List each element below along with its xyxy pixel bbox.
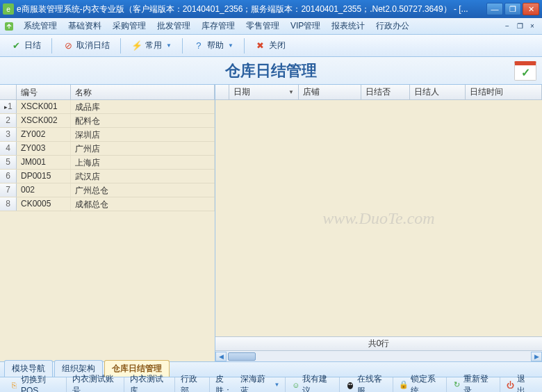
closed-column-header[interactable]: 日结否: [361, 85, 410, 99]
toolbar-separator: [51, 38, 52, 54]
qq-icon: [345, 380, 355, 390]
cancel-close-button[interactable]: ⊘ 取消日结: [56, 37, 116, 54]
code-cell: ZY002: [17, 128, 71, 141]
scroll-right-button[interactable]: ▶: [531, 352, 542, 361]
name-cell: 广州店: [71, 142, 215, 155]
menu-inventory[interactable]: 库存管理: [196, 18, 240, 34]
suggest-button[interactable]: ☺ 我有建议: [286, 377, 339, 392]
table-row[interactable]: 6DP0015武汉店: [0, 170, 215, 183]
menu-admin[interactable]: 行政办公: [370, 18, 415, 34]
switch-pos-label: 切换到POS: [21, 374, 60, 392]
date-column-header[interactable]: 日期 ▼: [229, 85, 299, 99]
refresh-icon: ↻: [452, 380, 461, 390]
exit-label: 退出: [517, 373, 532, 393]
exit-icon: ⏻: [506, 380, 515, 390]
row-number-cell: ▸1: [0, 100, 17, 113]
menu-retail[interactable]: 零售管理: [240, 18, 285, 34]
chevron-down-icon: ▼: [228, 42, 233, 49]
watermark-text: www.DuoTe.com: [322, 209, 434, 228]
lightning-icon: ⚡: [131, 40, 142, 51]
code-cell: XSCK001: [17, 100, 71, 113]
lock-label: 锁定系统: [411, 373, 441, 393]
suggest-icon: ☺: [291, 380, 300, 390]
exit-button[interactable]: ⏻ 退出: [500, 377, 538, 392]
menu-wholesale[interactable]: 批发管理: [151, 18, 196, 34]
close-label: 关闭: [269, 40, 286, 51]
table-row[interactable]: 3ZY002深圳店: [0, 128, 215, 142]
code-cell: 002: [17, 183, 71, 197]
closing-grid-body: www.DuoTe.com: [215, 100, 542, 336]
scroll-thumb[interactable]: [228, 352, 256, 361]
mdi-restore-button[interactable]: ❐: [514, 22, 525, 31]
time-column-header[interactable]: 日结时间: [466, 85, 542, 99]
warehouse-grid-header: 编号 名称: [0, 85, 215, 100]
code-cell: JM001: [17, 156, 71, 169]
name-cell: 广州总仓: [71, 183, 215, 197]
row-number-header[interactable]: [0, 85, 17, 99]
table-row[interactable]: 5JM001上海店: [0, 156, 215, 170]
online-service-label: 在线客服: [357, 373, 387, 393]
online-service-button[interactable]: 在线客服: [340, 377, 393, 392]
name-cell: 上海店: [71, 156, 215, 169]
switch-pos-button[interactable]: ⎘ 切换到POS: [4, 377, 67, 392]
row-selector-header[interactable]: [215, 85, 229, 99]
date-column-label: 日期: [233, 86, 250, 98]
minimize-button[interactable]: —: [486, 3, 503, 15]
closing-grid-footer: 共0行: [215, 336, 542, 350]
horizontal-scrollbar[interactable]: ◀ ▶: [215, 350, 542, 361]
help-button[interactable]: ? 帮助 ▼: [187, 37, 240, 54]
name-cell: 配料仓: [71, 114, 215, 127]
code-column-header[interactable]: 编号: [17, 85, 71, 99]
lock-system-button[interactable]: 🔒 锁定系统: [393, 377, 447, 392]
skin-selector[interactable]: 皮肤： 深海蔚蓝 ▼: [210, 377, 286, 392]
name-column-header[interactable]: 名称: [71, 85, 215, 99]
close-button[interactable]: ✖ 关闭: [249, 37, 292, 54]
relogin-label: 重新登录: [463, 373, 494, 393]
menu-reports[interactable]: 报表统计: [326, 18, 370, 34]
row-number-cell: 7: [0, 183, 17, 197]
code-cell: CK0005: [17, 197, 71, 211]
name-cell: 成都总仓: [71, 197, 215, 211]
row-number-cell: 2: [0, 114, 17, 127]
table-row[interactable]: 4ZY003广州店: [0, 142, 215, 156]
page-header: 仓库日结管理: [0, 57, 542, 85]
mdi-close-button[interactable]: ×: [527, 22, 538, 31]
name-cell: 深圳店: [71, 128, 215, 141]
table-row[interactable]: ▸1XSCK001成品库: [0, 100, 215, 114]
menu-vip[interactable]: VIP管理: [285, 18, 326, 34]
name-cell: 成品库: [71, 100, 215, 113]
menu-purchase[interactable]: 采购管理: [107, 18, 151, 34]
row-count-label: 共0行: [368, 338, 390, 350]
chevron-down-icon: ▼: [166, 42, 172, 49]
cancel-close-label: 取消日结: [76, 40, 110, 51]
menu-home-icon[interactable]: [4, 22, 14, 31]
menu-system[interactable]: 系统管理: [18, 18, 63, 34]
table-row[interactable]: 2XSCK002配料仓: [0, 114, 215, 128]
daily-close-label: 日结: [24, 40, 41, 51]
relogin-button[interactable]: ↻ 重新登录: [447, 377, 500, 392]
warehouse-label: 内衣测试库: [124, 377, 175, 392]
maximize-button[interactable]: ❐: [504, 3, 521, 15]
warehouse-list-panel: 编号 名称 ▸1XSCK001成品库2XSCK002配料仓3ZY002深圳店4Z…: [0, 85, 215, 361]
row-number-cell: 3: [0, 128, 17, 141]
daily-close-button[interactable]: ✔ 日结: [4, 37, 47, 54]
sort-indicator-icon: ▼: [288, 89, 294, 95]
skin-prefix: 皮肤：: [215, 373, 238, 393]
window-titlebar: e e商服装管理系统-内衣专业版（客户端版本：20140401_2356；服务端…: [0, 0, 542, 18]
scroll-left-button[interactable]: ◀: [215, 352, 227, 361]
common-button[interactable]: ⚡ 常用 ▼: [125, 37, 178, 54]
table-row[interactable]: 7002广州总仓: [0, 183, 215, 197]
mdi-minimize-button[interactable]: −: [502, 22, 513, 31]
menu-basedata[interactable]: 基础资料: [63, 18, 107, 34]
table-row[interactable]: 8CK0005成都总仓: [0, 197, 215, 211]
toolbar: ✔ 日结 ⊘ 取消日结 ⚡ 常用 ▼ ? 帮助 ▼ ✖ 关闭: [0, 35, 542, 57]
scroll-track[interactable]: [227, 352, 531, 361]
close-window-button[interactable]: ✕: [523, 3, 539, 15]
store-column-header[interactable]: 店铺: [299, 85, 361, 99]
close-icon: ✖: [255, 40, 266, 51]
page-title: 仓库日结管理: [225, 60, 317, 81]
person-column-header[interactable]: 日结人: [410, 85, 466, 99]
account-label: 内衣测试账号: [67, 377, 125, 392]
toolbar-separator: [182, 38, 183, 54]
toolbar-separator: [120, 38, 121, 54]
